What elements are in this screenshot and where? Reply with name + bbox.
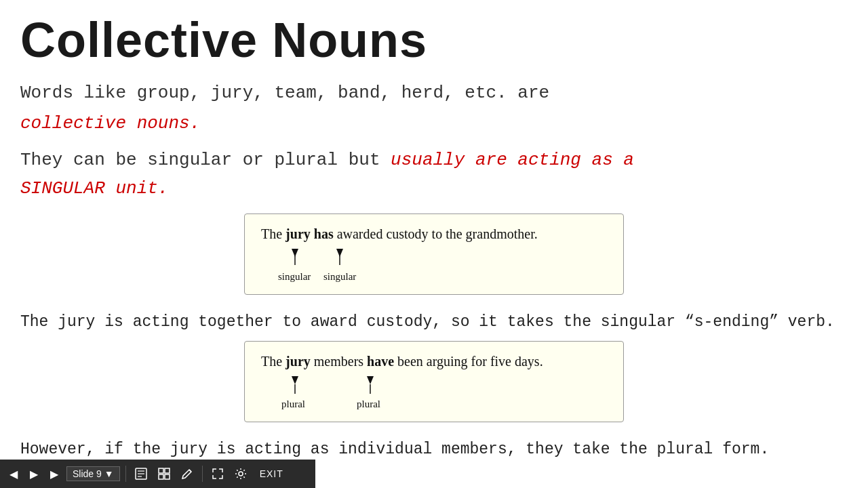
svg-rect-17 — [165, 468, 170, 473]
box2-plain1: The — [261, 354, 285, 369]
svg-rect-19 — [165, 474, 170, 479]
svg-text:plural: plural — [281, 399, 305, 409]
separator-2 — [202, 466, 203, 482]
fullscreen-icon[interactable] — [208, 464, 227, 483]
slide-label: Slide 9 — [73, 468, 102, 479]
singular-line-2: SINGULAR unit. — [20, 176, 848, 201]
singular-text-1: They can be singular or plural but — [20, 150, 380, 170]
box2-end: been arguing for five days. — [394, 354, 543, 369]
explanation-1: The jury is acting together to award cus… — [20, 311, 848, 333]
box1-plain1: The — [261, 226, 285, 241]
collective-nouns-label: collective nouns. — [20, 113, 200, 134]
svg-text:singular: singular — [278, 271, 311, 282]
notes-icon[interactable] — [132, 464, 151, 483]
grid-icon[interactable] — [155, 464, 174, 483]
box1-sentence: The jury has awarded custody to the gran… — [261, 226, 607, 242]
slide-indicator[interactable]: Slide 9 ▼ — [66, 466, 120, 481]
svg-marker-1 — [292, 249, 298, 257]
box1-arrows-svg: singular singular — [261, 247, 607, 285]
toolbar: ◀ ▶ ▶ Slide 9 ▼ — [0, 460, 315, 488]
box1-bold2: has — [314, 226, 334, 241]
intro-text-1: Words like group, jury, team, band, herd… — [20, 83, 549, 103]
box1-end: awarded custody to the grandmother. — [334, 226, 538, 241]
svg-marker-4 — [336, 249, 343, 257]
prev-prev-button[interactable]: ◀ — [5, 465, 22, 483]
settings-icon[interactable] — [231, 464, 250, 483]
box2-mid: members — [311, 354, 367, 369]
play-button[interactable]: ▶ — [26, 465, 42, 483]
singular-unit-text: SINGULAR unit. — [20, 178, 168, 199]
intro-line-2: collective nouns. — [20, 111, 848, 136]
intro-line-1: Words like group, jury, team, band, herd… — [20, 81, 848, 105]
example-box-1: The jury has awarded custody to the gran… — [244, 214, 624, 295]
box2-bold2: have — [367, 354, 394, 369]
svg-marker-9 — [367, 376, 374, 384]
box2-arrows: plural plural — [261, 375, 607, 412]
dropdown-arrow: ▼ — [104, 468, 114, 479]
next-button[interactable]: ▶ — [46, 465, 62, 483]
box2-bold1: jury — [285, 354, 311, 369]
pen-icon[interactable] — [178, 464, 197, 483]
box2-arrows-svg: plural plural — [261, 375, 607, 412]
exit-button[interactable]: EXIT — [254, 466, 289, 482]
usually-are-text: usually are acting as a — [391, 150, 634, 170]
svg-line-20 — [189, 470, 191, 472]
singular-line-1: They can be singular or plural but usual… — [20, 148, 848, 172]
box1-arrows: singular singular — [261, 247, 607, 285]
box1-bold1: jury — [285, 226, 311, 241]
svg-rect-18 — [159, 474, 163, 479]
separator-1 — [125, 466, 126, 482]
svg-marker-6 — [292, 376, 298, 384]
example-box-2: The jury members have been arguing for f… — [244, 341, 624, 422]
svg-text:plural: plural — [357, 399, 380, 409]
explanation-2: However, if the jury is acting as indivi… — [20, 439, 848, 460]
box2-sentence: The jury members have been arguing for f… — [261, 354, 607, 369]
svg-rect-16 — [159, 468, 163, 473]
svg-text:singular: singular — [323, 271, 356, 282]
svg-point-21 — [239, 472, 243, 476]
page-title: Collective Nouns — [20, 14, 848, 67]
